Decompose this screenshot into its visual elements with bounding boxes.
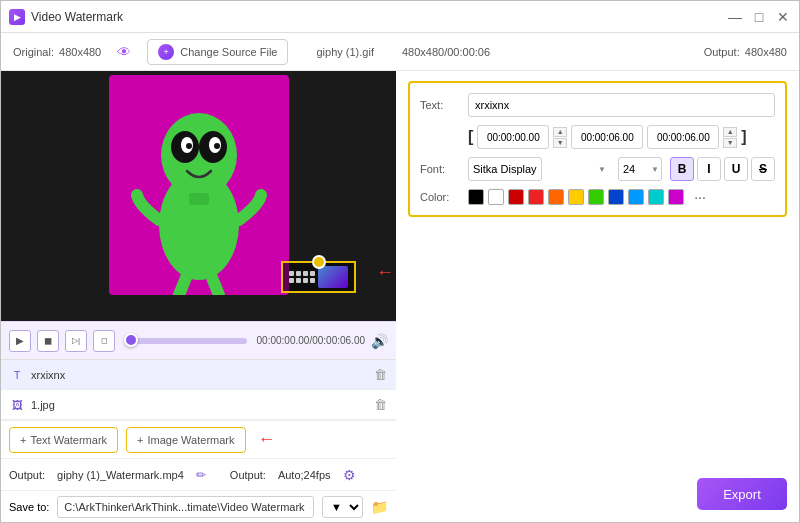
text-layer-icon: T [9,367,25,383]
underline-button[interactable]: U [724,157,748,181]
time-start-down-button[interactable]: ▼ [553,138,567,148]
color-swatch-blue[interactable] [608,189,624,205]
color-swatch-white[interactable] [488,189,504,205]
timeline-track[interactable] [125,338,247,344]
italic-button[interactable]: I [697,157,721,181]
text-property-input[interactable] [468,93,775,117]
alien-character [109,75,289,295]
color-swatches: ··· [468,189,712,205]
color-prop-label: Color: [420,191,460,203]
main-window: ▶ Video Watermark — □ ✕ Original: 480x48… [0,0,800,523]
overlay-arrow-indicator: ← [376,262,394,283]
open-folder-icon[interactable]: 📁 [371,499,388,515]
watermark-thumb [318,266,348,288]
image-layer-name: 1.jpg [31,399,366,411]
original-label: Original: 480x480 [13,46,101,58]
more-colors-button[interactable]: ··· [688,189,712,205]
preview-eye-icon[interactable]: 👁 [117,44,131,60]
layer-list: T xrxixnx 🗑 🖼 1.jpg 🗑 [1,359,396,420]
play-button[interactable]: ▶ [9,330,31,352]
time-start-spinner: ▲ ▼ [553,127,567,148]
color-swatch-purple[interactable] [668,189,684,205]
color-swatch-light-blue[interactable] [628,189,644,205]
add-image-label: Image Watermark [147,434,234,446]
source-filename: giphy (1).gif [316,46,373,58]
export-label: Export [723,487,761,502]
left-panel: ← ▶ ◼ ▷| ◻ 00:00:00.00/00:00:06.00 🔊 [1,71,396,522]
video-preview[interactable]: ← [1,71,396,321]
svg-point-6 [186,143,192,149]
output-row: Output: giphy (1)_Watermark.mp4 ✏ Output… [1,458,396,490]
text-layer-delete-button[interactable]: 🗑 [372,367,388,383]
font-prop-label: Font: [420,163,460,175]
video-watermark-overlay[interactable] [281,261,356,293]
time-end-up-button[interactable]: ▲ [723,127,737,137]
playback-controls: ▶ ◼ ▷| ◻ 00:00:00.00/00:00:06.00 🔊 [1,321,396,359]
time-start-input[interactable] [477,125,549,149]
font-select[interactable]: Sitka Display [468,157,542,181]
image-layer-icon: 🖼 [9,397,25,413]
source-btn-label: Change Source File [180,46,277,58]
watermark-drag-dots [289,271,315,283]
font-property-row: Font: Sitka Display 24 B I U [420,157,775,181]
save-to-label: Save to: [9,501,49,513]
text-property-row: Text: [420,93,775,117]
time-end-spinner: ▲ ▼ [723,127,737,148]
titlebar: ▶ Video Watermark — □ ✕ [1,1,799,33]
save-path-input[interactable] [57,496,314,518]
main-content: ← ▶ ◼ ▷| ◻ 00:00:00.00/00:00:06.00 🔊 [1,71,799,522]
maximize-button[interactable]: □ [751,9,767,25]
color-swatch-red[interactable] [528,189,544,205]
text-layer-name: xrxixnx [31,369,366,381]
image-layer-delete-button[interactable]: 🗑 [372,397,388,413]
app-icon: ▶ [9,9,25,25]
save-path-dropdown[interactable]: ▼ [322,496,363,518]
color-swatch-yellow[interactable] [568,189,584,205]
time-duration-input[interactable] [647,125,719,149]
watermark-handle[interactable] [312,255,326,269]
layer-item-image[interactable]: 🖼 1.jpg 🗑 [1,390,396,420]
svg-point-7 [214,143,220,149]
top-toolbar: Original: 480x480 👁 + Change Source File… [1,33,799,71]
output-settings-label: Output: [230,469,266,481]
timeline-thumb[interactable] [124,333,138,347]
font-size-select[interactable]: 24 [618,157,662,181]
stop-button[interactable]: ◼ [37,330,59,352]
layer-item-text[interactable]: T xrxixnx 🗑 [1,360,396,390]
change-source-button[interactable]: + Change Source File [147,39,288,65]
end-frame-button[interactable]: ◻ [93,330,115,352]
add-text-watermark-button[interactable]: + Text Watermark [9,427,118,453]
export-button[interactable]: Export [697,478,787,510]
edit-output-name-icon[interactable]: ✏ [196,468,206,482]
add-btn-arrow-indicator: ← [258,429,276,450]
time-range-row: [ ▲ ▼ ▲ ▼ ] [468,125,775,149]
video-background: ← [1,71,396,321]
close-button[interactable]: ✕ [775,9,791,25]
add-text-label: Text Watermark [30,434,107,446]
minimize-button[interactable]: — [727,9,743,25]
text-prop-label: Text: [420,99,460,111]
svg-point-1 [161,113,237,197]
right-panel: Text: [ ▲ ▼ ▲ ▼ [396,71,799,522]
source-icon: + [158,44,174,60]
volume-icon[interactable]: 🔊 [371,333,388,349]
time-end-down-button[interactable]: ▼ [723,138,737,148]
color-swatch-orange[interactable] [548,189,564,205]
time-start-up-button[interactable]: ▲ [553,127,567,137]
font-select-wrapper: Sitka Display [468,157,610,181]
color-swatch-green[interactable] [588,189,604,205]
time-display: 00:00:00.00/00:00:06.00 [257,335,365,346]
color-swatch-dark-red[interactable] [508,189,524,205]
output-settings-gear-icon[interactable]: ⚙ [343,467,356,483]
output-file-label: Output: [9,469,45,481]
color-swatch-cyan[interactable] [648,189,664,205]
color-swatch-black[interactable] [468,189,484,205]
add-image-watermark-button[interactable]: + Image Watermark [126,427,245,453]
output-dimensions-label: Output: 480x480 [704,46,787,58]
font-size-wrapper: 24 [618,157,662,181]
bold-button[interactable]: B [670,157,694,181]
strikethrough-button[interactable]: S [751,157,775,181]
next-frame-button[interactable]: ▷| [65,330,87,352]
add-watermark-bar: + Text Watermark + Image Watermark ← [1,420,396,458]
time-end-input[interactable] [571,125,643,149]
